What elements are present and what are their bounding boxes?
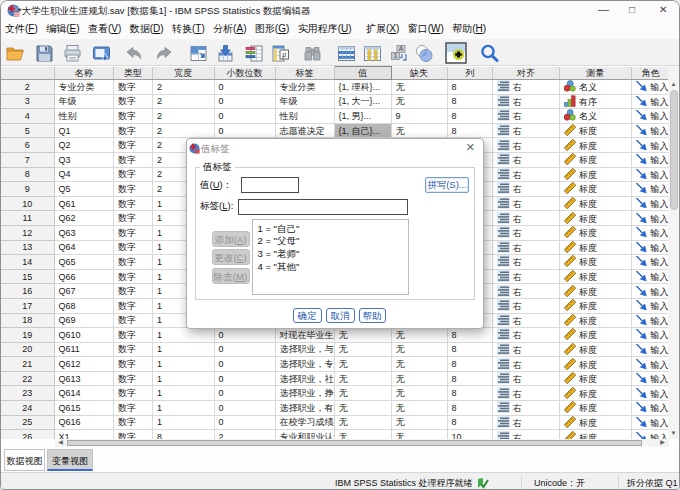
svg-text:μ: μ bbox=[282, 49, 286, 58]
svg-text:1: 1 bbox=[393, 52, 397, 59]
svg-text:A: A bbox=[398, 45, 403, 52]
